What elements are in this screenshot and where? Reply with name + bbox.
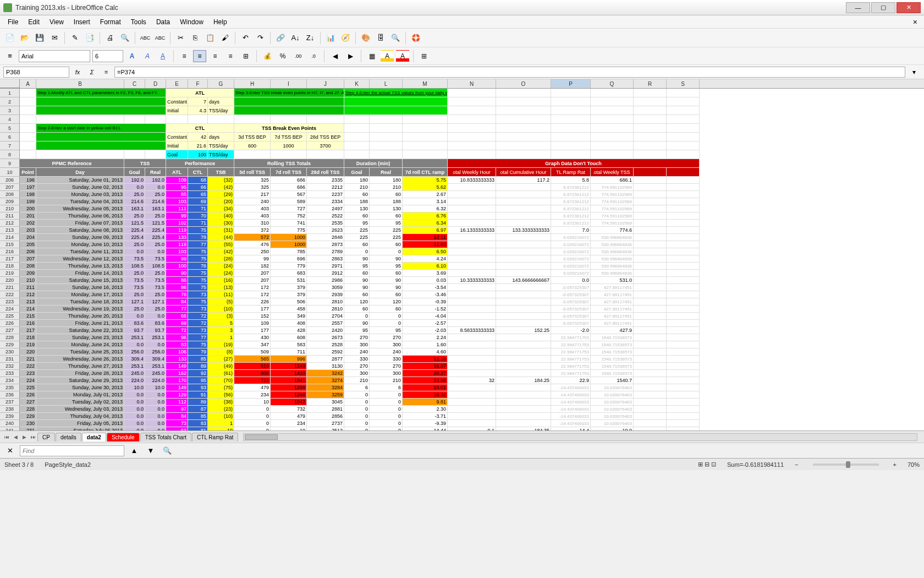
cell[interactable] — [667, 377, 700, 384]
cell[interactable] — [634, 248, 667, 255]
cell[interactable]: 180 — [370, 177, 403, 184]
cell[interactable] — [551, 141, 591, 150]
cell[interactable]: 0 — [234, 420, 271, 427]
cell[interactable] — [634, 377, 667, 384]
cell[interactable]: 0.0 — [551, 277, 591, 284]
cell[interactable]: Day — [36, 168, 124, 177]
cell[interactable]: 2912 — [307, 270, 344, 277]
cell[interactable]: 203 — [20, 227, 36, 234]
tab-schedule[interactable]: Schedule — [107, 433, 140, 441]
cell[interactable]: (24) — [208, 263, 234, 270]
cell[interactable]: -4.04 — [403, 313, 448, 320]
cell[interactable]: 11.18 — [403, 356, 448, 363]
cell[interactable]: days — [208, 97, 234, 106]
cell[interactable]: 476 — [234, 241, 271, 248]
cell[interactable] — [667, 106, 700, 115]
cell[interactable]: 119 — [166, 227, 188, 234]
cell[interactable] — [667, 298, 700, 306]
cell[interactable]: 1540.71536573 — [591, 370, 634, 377]
cell[interactable]: 85 — [166, 191, 188, 198]
cell[interactable]: 0.029216072 — [551, 263, 591, 270]
tab-cp[interactable]: CP — [37, 433, 55, 441]
cell[interactable]: 172 — [234, 284, 271, 291]
cell[interactable]: (10) — [208, 413, 234, 420]
cell[interactable] — [20, 115, 36, 124]
col-header-H[interactable]: H — [234, 79, 271, 88]
cell[interactable]: 2863 — [307, 255, 344, 263]
cell[interactable]: 225 — [370, 234, 403, 241]
cell[interactable] — [634, 115, 667, 124]
cell[interactable] — [667, 97, 700, 106]
cell[interactable] — [496, 399, 551, 406]
cell[interactable]: 25.0 — [145, 191, 166, 198]
cell[interactable]: 10.0 — [145, 384, 166, 391]
cell[interactable]: 198 — [20, 191, 36, 198]
cell[interactable]: 103 — [166, 248, 188, 255]
cell[interactable]: 2535 — [307, 220, 344, 227]
cell[interactable]: 0.1 — [448, 427, 496, 430]
cell[interactable]: 143.6666666667 — [496, 277, 551, 284]
cell[interactable]: 121.5 — [124, 220, 145, 227]
cell[interactable]: 229 — [20, 413, 36, 420]
cell[interactable] — [20, 141, 36, 150]
cell[interactable]: 71 — [188, 205, 208, 212]
cell[interactable]: 60 — [370, 212, 403, 220]
cell[interactable]: (3) — [208, 313, 234, 320]
cell[interactable]: 60 — [344, 191, 370, 198]
cell[interactable]: Tuesday, June 11, 2013 — [36, 248, 124, 255]
cell[interactable]: 779 — [271, 263, 307, 270]
cell[interactable]: 774.591102589 — [591, 220, 634, 227]
cell[interactable]: Wednesday, July 03, 2013 — [36, 406, 124, 413]
cell[interactable]: 589 — [271, 198, 307, 205]
equals-icon[interactable]: = — [100, 67, 112, 78]
cell[interactable]: 92 — [188, 370, 208, 377]
cell[interactable]: 530.996864836 — [591, 263, 634, 270]
cell[interactable] — [370, 141, 403, 150]
cell[interactable]: 210 — [370, 377, 403, 384]
cell[interactable] — [370, 133, 403, 141]
font-size-select[interactable] — [92, 50, 123, 62]
cell[interactable] — [496, 306, 551, 313]
cell[interactable]: 25.0 — [124, 270, 145, 277]
cell[interactable] — [634, 198, 667, 205]
cell[interactable]: 403 — [234, 212, 271, 220]
col-header-J[interactable]: J — [307, 79, 344, 88]
cell[interactable] — [667, 220, 700, 227]
cell[interactable]: 6.76 — [403, 212, 448, 220]
cell[interactable]: 22.984771753 — [551, 341, 591, 348]
cell[interactable]: 253.1 — [145, 334, 166, 341]
cell[interactable]: 2237 — [307, 191, 344, 198]
cell[interactable]: 1298 — [271, 391, 307, 399]
cell[interactable] — [370, 124, 403, 133]
cell[interactable] — [448, 133, 496, 141]
cell[interactable]: 2939 — [307, 291, 344, 298]
cell[interactable]: Wednesday, June 26, 2013 — [36, 356, 124, 363]
cell[interactable]: Monday, July 01, 2013 — [36, 391, 124, 399]
cell[interactable]: (27) — [208, 356, 234, 363]
cell[interactable]: 530.996864836 — [591, 255, 634, 263]
cell[interactable]: 22.9 — [551, 377, 591, 384]
menu-file[interactable]: File — [3, 17, 23, 28]
col-header-M[interactable]: M — [403, 79, 448, 88]
cell[interactable]: 330 — [344, 356, 370, 363]
cell[interactable] — [667, 198, 700, 205]
chart-icon[interactable]: 📊 — [324, 31, 337, 45]
col-header-E[interactable]: E — [166, 79, 188, 88]
document-close-icon[interactable]: × — [910, 18, 921, 26]
cell[interactable] — [166, 115, 188, 124]
cell[interactable] — [124, 115, 145, 124]
cell[interactable]: 228 — [20, 406, 36, 413]
cell[interactable] — [634, 150, 667, 159]
cell[interactable] — [667, 184, 700, 191]
cell[interactable]: 0.0 — [124, 420, 145, 427]
cell[interactable]: 11.83 — [403, 241, 448, 248]
cell[interactable]: Real — [145, 168, 166, 177]
cell[interactable]: 240 — [370, 348, 403, 356]
row-header-5[interactable]: 5 — [0, 124, 20, 133]
cell[interactable]: 1249 — [271, 363, 307, 370]
cell[interactable] — [634, 255, 667, 263]
cell[interactable]: 163.1 — [145, 205, 166, 212]
cell[interactable]: 774.591102589 — [591, 184, 634, 191]
cell[interactable]: 90 — [370, 255, 403, 263]
cell[interactable]: 2737 — [307, 420, 344, 427]
